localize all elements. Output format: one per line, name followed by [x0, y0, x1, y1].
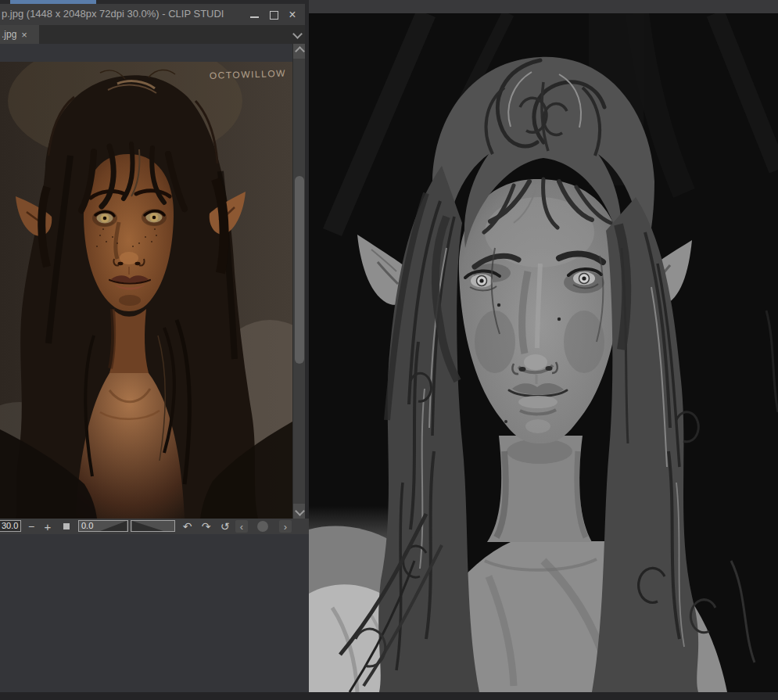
screenshot-root: p.jpg (1448 x 2048px 72dpi 30.0%) - CLIP…: [0, 0, 778, 700]
chevron-down-icon: [295, 506, 305, 516]
app-background: [0, 534, 309, 692]
actual-size-icon: [63, 523, 70, 529]
clip-studio-window: p.jpg (1448 x 2048px 72dpi 30.0%) - CLIP…: [0, 0, 309, 534]
minimize-icon: [250, 16, 259, 18]
scroll-up-button[interactable]: [293, 44, 306, 59]
minimize-button[interactable]: [247, 7, 261, 23]
undo-button[interactable]: ↶: [180, 519, 195, 534]
scroll-down-button[interactable]: [293, 504, 306, 519]
window-title: p.jpg (1448 x 2048px 72dpi 30.0%) - CLIP…: [2, 8, 247, 22]
canvas-footer-bar: 30.0 − + 0.0 ↶ ↷ ↺ ‹ ›: [0, 519, 309, 534]
actual-size-button[interactable]: [61, 519, 72, 534]
close-icon: ×: [289, 9, 296, 21]
vertical-scrollbar[interactable]: [292, 44, 305, 519]
grayscale-elf-portrait-image: [309, 13, 778, 692]
tab-overflow-chevron-icon[interactable]: [292, 29, 303, 39]
zoom-value-input[interactable]: 30.0: [0, 520, 21, 532]
document-tab[interactable]: .jpg ×: [0, 25, 39, 44]
zoom-in-button[interactable]: +: [41, 519, 55, 534]
rotation-value-input[interactable]: 0.0: [78, 520, 128, 532]
title-bar: p.jpg (1448 x 2048px 72dpi 30.0%) - CLIP…: [0, 4, 309, 25]
rotation-value: 0.0: [81, 521, 93, 530]
screen-bottom-edge: [0, 692, 778, 700]
rotation-slider-ramp-icon: [100, 521, 127, 531]
document-canvas-sepia-elf-portrait[interactable]: OCTOWILLOW: [0, 62, 292, 519]
chevron-up-icon: [295, 46, 305, 56]
canvas-area: OCTOWILLOW: [0, 44, 309, 519]
tab-close-icon[interactable]: ×: [21, 29, 27, 41]
navigation-slider[interactable]: [131, 520, 175, 532]
scrollbar-thumb[interactable]: [295, 176, 304, 364]
background-window-bar: [309, 0, 778, 13]
tab-label: .jpg: [0, 29, 16, 40]
document-tab-bar: .jpg ×: [0, 25, 309, 44]
nav-next-button[interactable]: ›: [279, 520, 292, 533]
redo-button[interactable]: ↷: [199, 519, 213, 534]
reset-rotation-button[interactable]: ↺: [217, 519, 232, 534]
close-button[interactable]: ×: [284, 7, 301, 23]
nav-prev-button[interactable]: ‹: [235, 520, 248, 533]
zoom-out-button[interactable]: −: [24, 519, 38, 534]
maximize-button[interactable]: [267, 7, 281, 23]
nav-dot-button[interactable]: [257, 521, 268, 532]
window-right-edge: [305, 0, 309, 534]
artwork-pane: [309, 0, 778, 700]
maximize-icon: [270, 11, 278, 20]
navigation-slider-ramp-icon: [132, 521, 163, 531]
